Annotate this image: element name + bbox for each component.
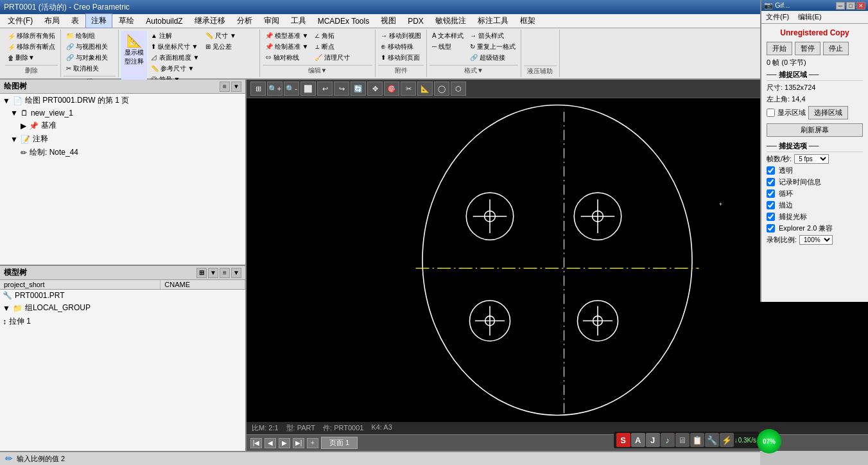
gif-refresh-btn[interactable]: 刷新屏幕	[767, 123, 863, 137]
ribbon-move-special[interactable]: ⊕ 移动特殊	[378, 42, 424, 52]
gif-ratio-select[interactable]: 100% 75% 50%	[799, 235, 833, 245]
gif-timestamp-checkbox[interactable]	[767, 178, 775, 186]
canvas-btn-fwd[interactable]: ↪	[334, 82, 349, 96]
gif-pause-btn[interactable]: 暂停	[795, 42, 820, 55]
gif-fps-select[interactable]: 5 fps 10 fps 15 fps 25 fps	[794, 154, 829, 164]
gif-maximize-btn[interactable]: □	[846, 2, 855, 10]
gif-start-btn[interactable]: 开始	[767, 42, 792, 55]
canvas-btn-pan[interactable]: ✥	[367, 82, 383, 96]
saj-clipboard-icon[interactable]: 📋	[690, 433, 704, 447]
ribbon-axis-sym[interactable]: ⇔ 轴对称线	[263, 53, 311, 63]
ribbon-cancel-relate[interactable]: ✂ 取消相关	[64, 64, 110, 74]
canvas-btn-snap[interactable]: 🎯	[384, 82, 399, 96]
menu-table[interactable]: 表	[66, 14, 84, 28]
nav-last-btn[interactable]: ▶|	[293, 438, 304, 448]
gif-stop-btn[interactable]: 停止	[823, 42, 849, 55]
ribbon-note[interactable]: ▲ 注解	[148, 31, 202, 41]
canvas-btn-cut[interactable]: ✂	[401, 82, 416, 96]
menu-mark-tool[interactable]: 标注工具	[473, 14, 514, 28]
ribbon-clean-dim[interactable]: 🧹 清理尺寸	[312, 53, 352, 63]
saj-a-icon[interactable]: A	[631, 433, 645, 447]
gif-select-region-btn[interactable]: 选择区域	[808, 106, 848, 119]
drawing-tree-expand-icon[interactable]: ▼	[231, 82, 241, 92]
ribbon-arrow-style[interactable]: → 箭头样式	[467, 31, 518, 41]
model-item-prt0001[interactable]: 🔧 PRT0001.PRT	[0, 290, 245, 301]
gif-loop-checkbox[interactable]	[767, 189, 775, 198]
ribbon-draw-datum[interactable]: 📌 绘制基准 ▼	[263, 42, 311, 52]
model-tree-view-icon[interactable]: ⊞	[196, 268, 207, 278]
gif-minimize-btn[interactable]: ─	[836, 2, 845, 10]
menu-tools[interactable]: 工具	[286, 14, 311, 28]
saj-music-icon[interactable]: ♪	[661, 433, 675, 447]
canvas-btn-back[interactable]: ↩	[317, 82, 333, 96]
gif-transparent-checkbox[interactable]	[767, 166, 775, 175]
gif-menu-file[interactable]: 文件(F)	[764, 12, 791, 22]
canvas-btn-zoom-in[interactable]: 🔍+	[267, 82, 282, 96]
ribbon-hyperlink[interactable]: 🔗 超级链接	[467, 53, 518, 63]
menu-view[interactable]: 视图	[376, 14, 401, 28]
nav-prev-btn[interactable]: ◀	[265, 438, 276, 448]
menu-sharp-note[interactable]: 敏锐批注	[430, 14, 471, 28]
gif-show-region-checkbox[interactable]	[767, 109, 775, 117]
ribbon-ref-dim[interactable]: 📏 参考尺寸 ▼	[148, 64, 202, 74]
menu-inherit[interactable]: 继承迁移	[189, 14, 230, 28]
menu-layout[interactable]: 布局	[39, 14, 65, 28]
canvas-btn-circle[interactable]: ◯	[434, 82, 449, 96]
ribbon-tolerance[interactable]: ⊞ 见公差	[203, 42, 238, 52]
gif-menu-edit[interactable]: 编辑(E)	[796, 12, 824, 22]
ribbon-delete[interactable]: 🗑 删除▼	[5, 53, 58, 63]
model-tree-settings-icon[interactable]: ≡	[220, 268, 230, 278]
gif-cursor-checkbox[interactable]	[767, 213, 775, 221]
canvas-btn-zoom-out[interactable]: 🔍-	[284, 82, 299, 96]
menu-annotation[interactable]: 注释	[85, 13, 112, 28]
model-item-extrude1[interactable]: ↕ 拉伸 1	[0, 315, 245, 328]
model-item-local-group[interactable]: ▼ 📁 组LOCAL_GROUP	[0, 301, 245, 315]
drawing-tree-settings-icon[interactable]: ≡	[220, 82, 230, 92]
canvas-btn-rotate[interactable]: 🔄	[351, 82, 366, 96]
ribbon-move-to-view[interactable]: → 移动到视图	[378, 31, 424, 41]
tree-item-datum[interactable]: ▶ 📌 基准	[0, 119, 245, 132]
ribbon-break[interactable]: ⊥ 断点	[312, 42, 352, 52]
ribbon-draw-group[interactable]: 📁 绘制组	[64, 31, 110, 41]
ribbon-dim[interactable]: 📏 尺寸 ▼	[203, 31, 238, 41]
ribbon-chamfer[interactable]: ∠ 角拓	[312, 31, 352, 41]
model-tree-expand-icon[interactable]: ▼	[231, 268, 241, 278]
tree-item-new-view[interactable]: ▼ 🗒 new_view_1	[0, 107, 245, 119]
ribbon-line-type[interactable]: ─ 线型	[430, 42, 466, 52]
ribbon-repeat-format[interactable]: ↻ 重复上一格式	[467, 42, 518, 52]
saj-monitor-icon[interactable]: 🖥	[675, 433, 690, 447]
menu-pdx[interactable]: PDX	[403, 15, 429, 27]
nav-add-btn[interactable]: +	[307, 438, 318, 448]
saj-tool-icon[interactable]: 🔧	[705, 433, 719, 447]
menu-mcadex[interactable]: MCADEx Tools	[313, 15, 374, 27]
saj-power-icon[interactable]: ⚡	[720, 433, 734, 447]
ribbon-ordinate[interactable]: ⬆ 纵坐标尺寸 ▼	[148, 42, 202, 52]
gif-explorer-checkbox[interactable]	[767, 224, 775, 232]
menu-sketch[interactable]: 草绘	[114, 14, 139, 28]
ribbon-remove-corners[interactable]: ⚡ 移除所有角拓	[5, 31, 58, 41]
canvas-btn-window[interactable]: ⬜	[300, 82, 316, 96]
ribbon-remove-breaks[interactable]: ⚡ 移除所有断点	[5, 42, 58, 52]
ribbon-text-style[interactable]: A 文本样式	[430, 31, 466, 41]
nav-next-btn[interactable]: ▶	[279, 438, 290, 448]
gif-close-btn[interactable]: ✕	[856, 2, 865, 10]
ribbon-relate-obj[interactable]: 🔗 与对象相关	[64, 53, 110, 63]
ribbon-move-to-page[interactable]: ⬆ 移动到页面	[378, 53, 424, 63]
tree-item-drawing[interactable]: ▼ 📄 绘图 PRT0001.DRW 的第 1 页	[0, 94, 245, 107]
menu-review[interactable]: 审阅	[259, 14, 284, 28]
menu-autobuildz[interactable]: AutobuildZ	[141, 15, 187, 27]
nav-first-btn[interactable]: |◀	[250, 438, 262, 448]
canvas-btn-poly[interactable]: ⬡	[451, 82, 466, 96]
menu-analysis[interactable]: 分析	[232, 14, 257, 28]
menu-file[interactable]: 文件(F)	[3, 14, 38, 28]
ribbon-show-model[interactable]: 📐 显示模型注释	[121, 31, 147, 85]
canvas-btn-fit[interactable]: ⊞	[250, 82, 266, 96]
gif-border-checkbox[interactable]	[767, 201, 775, 209]
canvas-btn-measure[interactable]: 📐	[417, 82, 433, 96]
model-tree-filter-icon[interactable]: ▼	[208, 268, 218, 278]
ribbon-surface[interactable]: ⊿ 表面粗糙度 ▼	[148, 53, 202, 63]
ribbon-model-datum[interactable]: 📌 模型基准 ▼	[263, 31, 311, 41]
menu-frame[interactable]: 框架	[515, 14, 541, 28]
tree-item-annotations[interactable]: ▼ 📝 注释	[0, 132, 245, 146]
tree-item-note44[interactable]: ✏ 绘制: Note_44	[0, 146, 245, 159]
